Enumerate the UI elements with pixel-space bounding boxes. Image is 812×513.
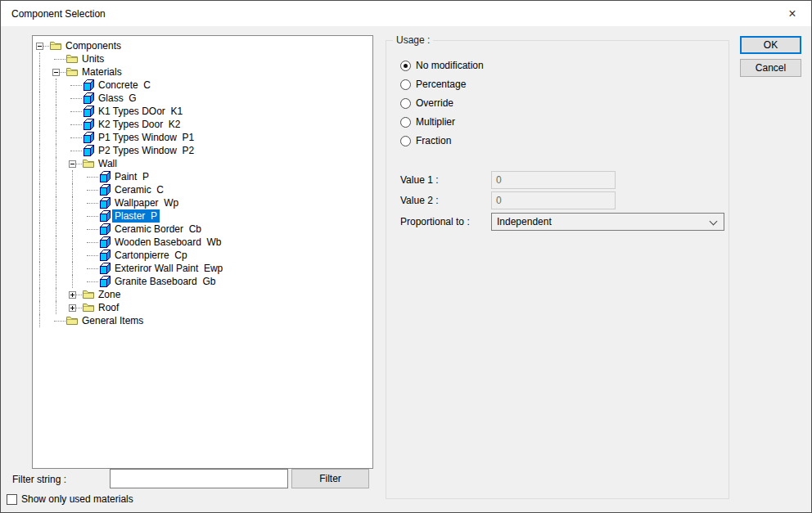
tree-item-label: K1 Types DOor K1 [96,105,185,118]
expand-plus-icon[interactable] [69,291,76,299]
proportional-to-select[interactable]: Independent [491,213,724,231]
tree-item-concrete-c[interactable]: Concrete C [33,79,372,92]
tree-item-granite-baseboard-gb[interactable]: Granite Baseboard Gb [33,275,372,288]
tree-item-label: Wall [96,157,120,170]
tree-guide-line [39,223,40,236]
tree-item-k2-types-door-k2[interactable]: K2 Types Door K2 [33,118,372,131]
tree-guide-line [56,209,56,223]
filter-button[interactable]: Filter [291,469,369,488]
tree-guide-line [56,105,56,118]
radio-button-icon[interactable] [400,136,411,146]
radio-multiplier[interactable]: Multiplier [400,115,455,128]
tree-guide-line [56,196,56,209]
tree-item-zone[interactable]: Zone [33,288,372,301]
tree-item-label: Ceramic Border Cb [112,223,204,236]
radio-button-icon[interactable] [400,117,411,128]
tree-item-wooden-baseboard-wb[interactable]: Wooden Baseboard Wb [33,236,372,249]
tree-guide-line [39,183,40,196]
tree-guide-line [39,118,40,131]
tree-guide-line [39,209,40,223]
tree-item-glass-g[interactable]: Glass G [33,92,372,105]
radio-fraction[interactable]: Fraction [400,134,451,147]
radio-label: Multiplier [416,116,455,128]
tree-item-ceramic-border-cb[interactable]: Ceramic Border Cb [33,223,372,236]
tree-item-p1-types-window-p1[interactable]: P1 Types Window P1 [33,131,372,144]
tree-item-label: Units [79,52,106,65]
filter-string-input[interactable] [110,469,288,488]
tree-item-label: Materials [79,65,124,79]
collapse-minus-icon[interactable] [69,160,76,168]
collapse-minus-icon[interactable] [52,69,60,76]
radio-label: Percentage [416,79,466,90]
radio-override[interactable]: Override [400,97,453,110]
tree-guide-line [72,262,73,275]
tree-guide-line [39,196,40,209]
tree-item-general-items[interactable]: General Items [33,314,372,327]
tree-guide-line [39,170,40,183]
tree-guide-line [39,275,40,288]
tree-guide-line [39,52,40,65]
component-tree[interactable]: ComponentsUnitsMaterialsConcrete CGlass … [32,35,373,469]
tree-item-k1-types-door-k1[interactable]: K1 Types DOor K1 [33,105,372,118]
tree-guide-line [56,275,56,288]
tree-item-components[interactable]: Components [33,39,372,52]
tree-item-units[interactable]: Units [33,52,372,65]
tree-guide-line [56,183,56,196]
value1-input[interactable] [491,171,616,189]
tree-guide-line [56,131,56,144]
tree-connector-line [87,190,98,191]
tree-guide-line [72,223,73,236]
tree-item-wall[interactable]: Wall [33,157,372,170]
tree-item-plaster-p[interactable]: Plaster P [33,209,372,223]
tree-item-label: P2 Types Window P2 [96,144,196,157]
tree-guide-line [39,144,40,157]
tree-item-paint-p[interactable]: Paint P [33,170,372,183]
tree-guide-line [72,183,73,196]
folder-icon [82,301,95,314]
folder-icon [49,39,62,52]
tree-item-ceramic-c[interactable]: Ceramic C [33,183,372,196]
ok-button[interactable]: OK [740,36,801,54]
expand-plus-icon[interactable] [69,304,76,312]
close-button[interactable]: × [778,2,806,25]
value2-label: Value 2 : [400,194,438,207]
tree-guide-line [56,223,56,236]
radio-button-icon[interactable] [400,98,411,109]
value2-input[interactable] [491,191,616,209]
show-only-used-materials-checkbox[interactable] [7,494,17,505]
radio-percentage[interactable]: Percentage [400,78,466,91]
tree-item-label: K2 Types Door K2 [96,118,183,131]
tree-item-label: Cartonpierre Cp [112,249,190,262]
proportional-to-label: Proportional to : [400,215,470,228]
radio-button-icon[interactable] [400,61,411,71]
tree-item-label: General Items [79,314,146,327]
tree-guide-line [72,275,73,288]
tree-guide-line [39,236,40,249]
cancel-button[interactable]: Cancel [740,59,801,77]
material-cube-icon [98,209,111,223]
material-cube-icon [82,131,95,144]
tree-guide-line [56,301,56,314]
folder-icon [82,288,95,301]
tree-item-materials[interactable]: Materials [33,65,372,79]
radio-no-modification[interactable]: No modification [400,59,484,72]
tree-item-roof[interactable]: Roof [33,301,372,314]
folder-icon [65,314,79,327]
show-only-used-materials-row[interactable]: Show only used materials [7,493,133,506]
tree-item-wallpaper-wp[interactable]: Wallpaper Wp [33,196,372,209]
collapse-minus-icon[interactable] [36,43,43,50]
tree-guide-line [72,249,73,262]
tree-item-cartonpierre-cp[interactable]: Cartonpierre Cp [33,249,372,262]
material-cube-icon [98,262,111,275]
tree-item-p2-types-window-p2[interactable]: P2 Types Window P2 [33,144,372,157]
filter-string-label: Filter string : [12,474,66,485]
chevron-down-icon [710,218,718,226]
tree-item-exteriror-wall-paint-ewp[interactable]: Exteriror Wall Paint Ewp [33,262,372,275]
tree-guide-line [39,92,40,105]
tree-guide-line [56,118,56,131]
radio-button-icon[interactable] [400,79,411,90]
tree-item-label: Plaster P [112,209,160,223]
tree-connector-line [54,321,65,322]
tree-guide-line [39,288,40,301]
tree-connector-line [87,242,98,243]
